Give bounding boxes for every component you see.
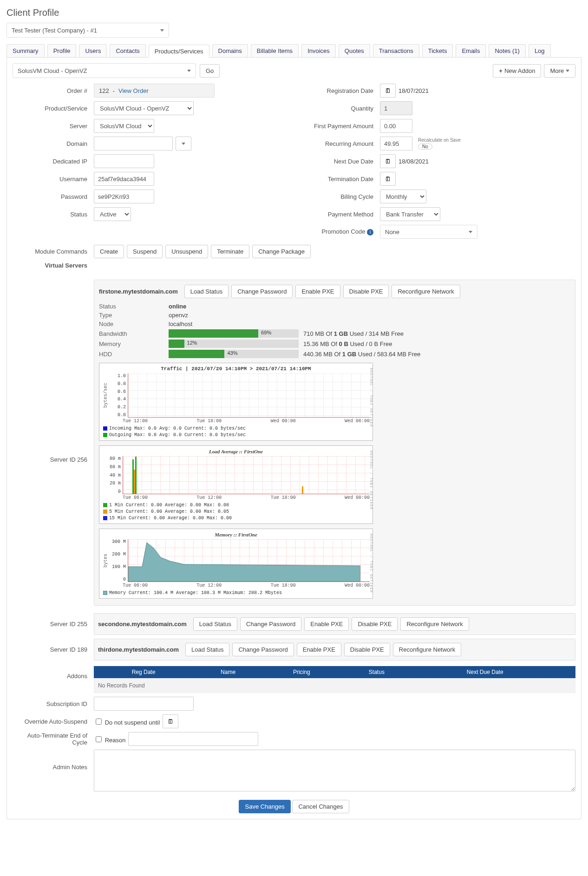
tab-invoices[interactable]: Invoices [301, 44, 336, 57]
view-order-link[interactable]: View Order [118, 87, 149, 94]
quantity-label: Quantity [299, 105, 380, 112]
tab-tickets[interactable]: Tickets [422, 44, 453, 57]
client-selector[interactable]: Test Tester (Test Company) - #1 [7, 23, 169, 38]
tab-contacts[interactable]: Contacts [110, 44, 145, 57]
reconfigure-network-button[interactable]: Reconfigure Network [400, 617, 469, 631]
graph-side-note: RRDTOOL / TOBI OETIKER [369, 534, 373, 593]
vs1-mem-pct: 12% [187, 340, 197, 346]
subscription-input[interactable] [94, 697, 194, 711]
do-not-suspend-checkbox[interactable]: Do not suspend until [94, 717, 160, 726]
enable-pxe-button[interactable]: Enable PXE [295, 285, 340, 298]
create-button[interactable]: Create [94, 245, 124, 258]
svg-rect-1 [135, 457, 137, 494]
enable-pxe-button[interactable]: Enable PXE [297, 643, 341, 656]
recalc-toggle[interactable]: No [418, 144, 432, 150]
reason-text: Reason [105, 737, 126, 744]
tab-users[interactable]: Users [79, 44, 107, 57]
calendar-button[interactable]: 🗓 [380, 154, 396, 168]
tab-products-services[interactable]: Products/Services [149, 45, 209, 58]
save-changes-button[interactable]: Save Changes [239, 800, 290, 813]
reason-checkbox[interactable]: Reason [94, 735, 125, 744]
server-id-label-2: Server ID 255 [13, 621, 94, 628]
addons-label: Addons [13, 664, 94, 680]
tab-transactions[interactable]: Transactions [373, 44, 419, 57]
reconfigure-network-button[interactable]: Reconfigure Network [392, 285, 460, 298]
vs1-mem-bar: 12% [169, 340, 299, 348]
tab-profile[interactable]: Profile [47, 44, 77, 57]
billing-cycle-label: Billing Cycle [299, 193, 380, 200]
load-graph-title: Load Average :: FirstOne [102, 449, 370, 454]
domain-dropdown-button[interactable] [176, 137, 191, 150]
dedicated-ip-input[interactable] [94, 154, 154, 168]
vs1-bw-pct: 69% [261, 330, 271, 335]
addons-empty: No Records Found [94, 678, 575, 693]
disable-pxe-button[interactable]: Disable PXE [352, 617, 398, 631]
next-due-label: Next Due Date [299, 158, 380, 165]
disable-pxe-button[interactable]: Disable PXE [344, 643, 390, 656]
server-select[interactable]: SolusVM Cloud (1/200) [94, 119, 154, 133]
status-select[interactable]: Active [94, 207, 131, 221]
tab-log[interactable]: Log [529, 44, 551, 57]
payment-method-select[interactable]: Bank Transfer [380, 207, 440, 221]
billing-cycle-select[interactable]: Monthly [380, 190, 426, 203]
go-button[interactable]: Go [200, 64, 220, 78]
change-password-button[interactable]: Change Password [240, 617, 301, 631]
cancel-changes-button[interactable]: Cancel Changes [292, 800, 349, 813]
password-label: Password [13, 193, 94, 200]
product-dropdown-value: SolusVM Cloud - OpenVZ [18, 67, 87, 74]
dedicated-ip-label: Dedicated IP [13, 158, 94, 165]
username-label: Username [13, 176, 94, 183]
change-package-button[interactable]: Change Package [252, 245, 311, 258]
info-icon[interactable]: i [367, 229, 373, 235]
quantity-input [380, 101, 412, 115]
enable-pxe-button[interactable]: Enable PXE [304, 617, 349, 631]
load-status-button[interactable]: Load Status [184, 285, 229, 298]
load-status-button[interactable]: Load Status [185, 643, 229, 656]
first-payment-input[interactable] [380, 119, 412, 133]
vs1-hdd-bar: 43% [169, 350, 299, 358]
vs1-hdd-pct: 43% [227, 350, 237, 356]
tab-billable-items[interactable]: Billable Items [251, 44, 299, 57]
calendar-button[interactable]: 🗓 [380, 172, 396, 186]
reason-input[interactable] [128, 732, 258, 746]
load-status-button[interactable]: Load Status [193, 617, 237, 631]
addons-col-reg-date: Reg Date [94, 666, 193, 678]
client-selector-value: Test Tester (Test Company) - #1 [12, 27, 97, 34]
vs1-type-v: openvz [169, 312, 570, 319]
load-graph: RRDTOOL / TOBI OETIKER Load Average :: F… [99, 445, 373, 524]
tab-emails[interactable]: Emails [456, 44, 486, 57]
promo-select[interactable]: None [380, 225, 477, 239]
reconfigure-network-button[interactable]: Reconfigure Network [393, 643, 461, 656]
virtual-servers-label: Virtual Servers [13, 262, 94, 269]
calendar-button[interactable]: 🗓 [380, 84, 396, 98]
tab-notes-1-[interactable]: Notes (1) [489, 44, 525, 57]
product-service-label: Product/Service [13, 105, 94, 112]
change-password-button[interactable]: Change Password [232, 643, 294, 656]
disable-pxe-button[interactable]: Disable PXE [343, 285, 389, 298]
new-addon-button-label: New Addon [504, 67, 536, 74]
tab-quotes[interactable]: Quotes [339, 44, 370, 57]
admin-notes-textarea[interactable] [94, 750, 575, 791]
username-input[interactable] [94, 172, 154, 186]
traffic-graph: RRDTOOL / TOBI OETIKER Traffic | 2021/07… [99, 363, 373, 441]
tab-domains[interactable]: Domains [212, 44, 248, 57]
tab-summary[interactable]: Summary [7, 44, 45, 57]
password-input[interactable] [94, 190, 154, 203]
change-password-button[interactable]: Change Password [231, 285, 293, 298]
recurring-input[interactable] [380, 137, 412, 150]
product-dropdown[interactable]: SolusVM Cloud - OpenVZ [13, 63, 196, 78]
new-addon-button[interactable]: + New Addon [493, 64, 541, 78]
vs3-hostname: thirdone.mytestdomain.com [98, 646, 179, 653]
product-service-select[interactable]: SolusVM Cloud - OpenVZ [94, 101, 194, 115]
memory-legend: Memory Current: 100.4 M Average: 108.3 M… [102, 588, 370, 596]
admin-notes-label: Admin Notes [13, 750, 94, 771]
terminate-button[interactable]: Terminate [211, 245, 249, 258]
more-button[interactable]: More [544, 64, 575, 78]
calendar-button[interactable]: 🗓 [163, 714, 178, 728]
virtual-server-block-1: firstone.mytestdomain.com Load StatusCha… [94, 280, 575, 606]
unsuspend-button[interactable]: Unsuspend [165, 245, 208, 258]
domain-input[interactable] [94, 137, 173, 150]
suspend-button[interactable]: Suspend [127, 245, 163, 258]
server-label: Server [13, 123, 94, 130]
chevron-down-icon [182, 143, 185, 145]
